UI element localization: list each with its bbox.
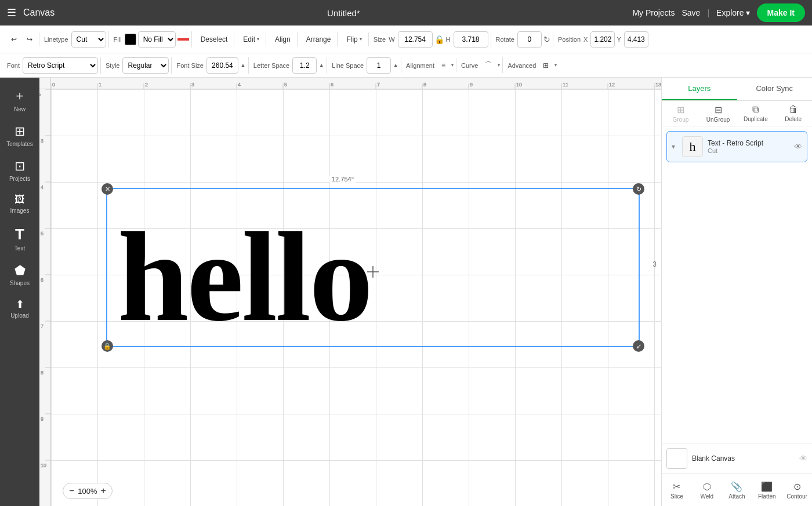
group-action[interactable]: ⊞ Group bbox=[662, 101, 699, 126]
sidebar-item-text[interactable]: T Text bbox=[3, 221, 37, 256]
sidebar-item-label: Projects bbox=[9, 176, 30, 182]
align-group: Align bbox=[269, 32, 298, 46]
panel-tabs: Layers Color Sync bbox=[662, 78, 812, 101]
svg-text:7: 7 bbox=[41, 323, 44, 329]
zoom-out-button[interactable]: − bbox=[69, 486, 74, 496]
lock-icon[interactable]: 🔒 bbox=[434, 35, 444, 44]
move-crosshair[interactable] bbox=[367, 266, 379, 278]
letterspace-input[interactable] bbox=[292, 57, 317, 74]
fontsize-input[interactable] bbox=[206, 57, 238, 74]
letterspace-up-icon[interactable]: ▲ bbox=[318, 62, 324, 68]
layer-name: Text - Retro Script bbox=[708, 139, 789, 147]
blank-canvas-item[interactable]: Blank Canvas 👁 bbox=[662, 443, 812, 474]
my-projects-link[interactable]: My Projects bbox=[632, 8, 675, 17]
layer-info: Text - Retro Script Cut bbox=[708, 139, 789, 154]
zoom-percentage: 100% bbox=[78, 487, 97, 496]
visibility-icon[interactable]: 👁 bbox=[794, 142, 802, 151]
y-label: Y bbox=[617, 36, 621, 43]
topbar: ☰ Canvas Untitled* My Projects Save | Ex… bbox=[0, 0, 812, 26]
svg-text:0: 0 bbox=[39, 93, 42, 96]
delete-icon: 🗑 bbox=[789, 104, 798, 115]
width-input[interactable] bbox=[398, 31, 433, 48]
stroke-color[interactable] bbox=[177, 38, 189, 41]
attach-label: Attach bbox=[728, 493, 745, 500]
blank-canvas-name: Blank Canvas bbox=[692, 454, 795, 463]
fill-select[interactable]: No Fill bbox=[138, 31, 176, 48]
attach-action[interactable]: 📎 Attach bbox=[722, 478, 752, 503]
sidebar-item-projects[interactable]: ⊡ Projects bbox=[3, 154, 37, 187]
duplicate-action[interactable]: ⧉ Duplicate bbox=[737, 101, 775, 126]
linespace-input[interactable] bbox=[367, 57, 391, 74]
align-left-button[interactable]: ≡ bbox=[437, 59, 449, 72]
sidebar-item-shapes[interactable]: ⬟ Shapes bbox=[3, 259, 37, 291]
rotate-label: Rotate bbox=[496, 36, 514, 43]
sidebar-item-new[interactable]: ＋ New bbox=[3, 82, 37, 117]
canvas-area[interactable]: 0 1 2 3 4 5 6 7 8 9 10 11 12 13 14 bbox=[39, 78, 661, 506]
style-group: Style Regular bbox=[103, 57, 172, 74]
sidebar-item-templates[interactable]: ⊞ Templates bbox=[3, 119, 37, 152]
save-button[interactable]: Save bbox=[682, 8, 701, 17]
weld-action[interactable]: ⬡ Weld bbox=[692, 478, 722, 503]
handle-rotate[interactable]: ↻ bbox=[633, 183, 644, 195]
handle-delete[interactable]: ✕ bbox=[102, 183, 113, 195]
style-select[interactable]: Regular bbox=[122, 57, 169, 74]
sidebar-item-label: Images bbox=[10, 208, 30, 214]
w-label: W bbox=[389, 36, 394, 43]
align-button[interactable]: Align bbox=[271, 32, 295, 46]
svg-text:10: 10 bbox=[516, 82, 522, 88]
tab-color-sync[interactable]: Color Sync bbox=[737, 78, 813, 100]
handle-lock[interactable]: 🔒 bbox=[102, 340, 113, 352]
handle-resize[interactable]: ↙ bbox=[633, 340, 644, 352]
curve-chevron-icon: ▾ bbox=[498, 63, 500, 68]
height-input[interactable] bbox=[454, 31, 488, 48]
curve-button[interactable]: ⌒ bbox=[481, 57, 496, 73]
contour-label: Contour bbox=[786, 493, 807, 500]
edit-button[interactable]: Edit ▾ bbox=[239, 32, 263, 46]
slice-action[interactable]: ✂ Slice bbox=[662, 478, 692, 503]
width-label: 12.754° bbox=[329, 175, 356, 183]
contour-action[interactable]: ⊙ Contour bbox=[782, 478, 812, 503]
fill-color-swatch[interactable] bbox=[125, 34, 136, 45]
rotate-arrows-icon: ↻ bbox=[543, 35, 550, 44]
deselect-button[interactable]: Deselect bbox=[197, 32, 232, 46]
font-select[interactable]: Retro Script bbox=[23, 57, 98, 74]
layer-expand-icon[interactable]: ▾ bbox=[672, 143, 675, 151]
blank-canvas-visibility-icon[interactable]: 👁 bbox=[799, 454, 807, 463]
arrange-group: Arrange bbox=[300, 32, 338, 46]
menu-icon[interactable]: ☰ bbox=[7, 6, 16, 19]
x-input[interactable] bbox=[590, 31, 615, 48]
size-label: Size bbox=[374, 36, 386, 43]
fill-group: Fill No Fill bbox=[111, 31, 192, 48]
linespace-up-icon[interactable]: ▲ bbox=[393, 62, 398, 68]
undo-button[interactable]: ↩ bbox=[7, 32, 21, 46]
sidebar-item-upload[interactable]: ⬆ Upload bbox=[3, 293, 37, 323]
zoom-controls: − 100% + bbox=[63, 483, 113, 499]
advanced-button[interactable]: ⊞ bbox=[539, 59, 553, 72]
explore-button[interactable]: Explore ▾ bbox=[716, 8, 749, 17]
position-group: Position X Y bbox=[556, 31, 651, 48]
arrange-button[interactable]: Arrange bbox=[302, 32, 335, 46]
layer-item[interactable]: ▾ h Text - Retro Script Cut 👁 bbox=[666, 131, 807, 162]
flip-button[interactable]: Flip ▾ bbox=[342, 32, 365, 46]
delete-label: Delete bbox=[785, 116, 802, 122]
size-group: Size W 🔒 H bbox=[371, 31, 491, 48]
rotate-input[interactable] bbox=[517, 31, 542, 48]
linespace-group: Line Space ▲ bbox=[329, 57, 401, 74]
svg-text:7: 7 bbox=[377, 82, 380, 88]
make-it-button[interactable]: Make It bbox=[757, 3, 805, 22]
font-label: Font bbox=[7, 62, 20, 69]
y-input[interactable] bbox=[624, 31, 648, 48]
ungroup-action[interactable]: ⊟ UnGroup bbox=[699, 101, 737, 126]
sidebar-item-images[interactable]: 🖼 Images bbox=[3, 189, 37, 219]
group-label: Group bbox=[672, 117, 688, 123]
redo-button[interactable]: ↪ bbox=[23, 32, 37, 46]
svg-text:5: 5 bbox=[284, 82, 287, 88]
delete-action[interactable]: 🗑 Delete bbox=[774, 101, 812, 126]
linetype-select[interactable]: Cut bbox=[71, 31, 106, 48]
zoom-in-button[interactable]: + bbox=[101, 486, 106, 496]
fontsize-up-icon[interactable]: ▲ bbox=[240, 62, 246, 68]
flatten-label: Flatten bbox=[758, 493, 776, 500]
templates-icon: ⊞ bbox=[14, 124, 25, 139]
flatten-action[interactable]: ⬛ Flatten bbox=[752, 478, 782, 503]
tab-layers[interactable]: Layers bbox=[662, 78, 737, 100]
